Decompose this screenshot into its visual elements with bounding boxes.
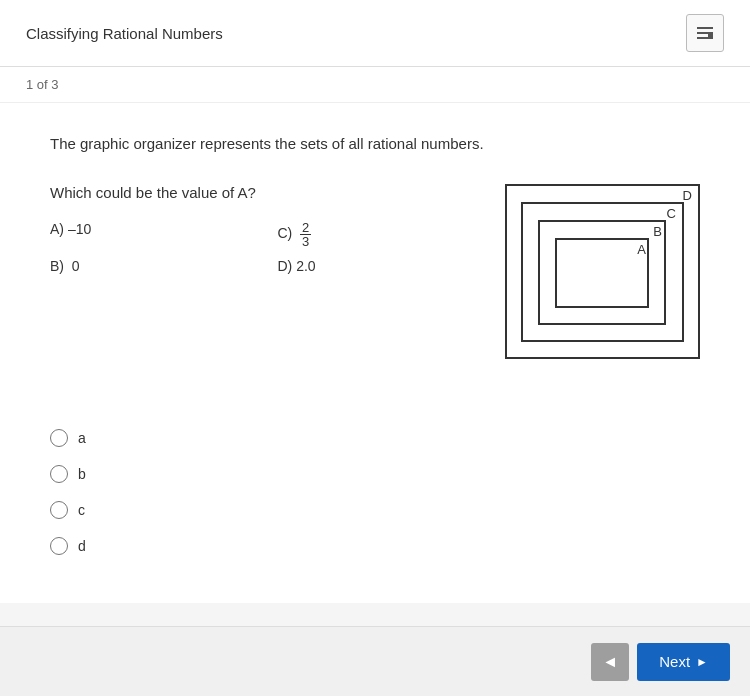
label-d: D (683, 188, 692, 203)
radio-c[interactable] (50, 501, 68, 519)
page-title: Classifying Rational Numbers (26, 25, 223, 42)
label-a: A (637, 242, 646, 257)
option-a: A) –10 (50, 221, 238, 248)
svg-rect-3 (708, 34, 713, 39)
page-container: Classifying Rational Numbers 1 of 3 The … (0, 0, 750, 696)
box-a (555, 238, 649, 308)
next-label: Next (659, 653, 690, 670)
progress-indicator: 1 of 3 (0, 67, 750, 103)
answer-option-d[interactable]: d (50, 537, 700, 555)
options-grid: A) –10 C) 2 3 B) 0 D) 2.0 (50, 221, 465, 274)
next-button[interactable]: Next ► (637, 643, 730, 681)
radio-a[interactable] (50, 429, 68, 447)
back-button[interactable]: ◄ (591, 643, 629, 681)
radio-d[interactable] (50, 537, 68, 555)
question-body: Which could be the value of A? A) –10 C)… (50, 184, 700, 359)
progress-text: 1 of 3 (26, 77, 59, 92)
option-c: C) 2 3 (278, 221, 466, 248)
question-left: Which could be the value of A? A) –10 C)… (50, 184, 465, 274)
answer-option-c[interactable]: c (50, 501, 700, 519)
radio-b[interactable] (50, 465, 68, 483)
radio-label-d: d (78, 538, 86, 554)
answer-option-a[interactable]: a (50, 429, 700, 447)
answer-option-b[interactable]: b (50, 465, 700, 483)
nested-boxes-diagram: D C B A (505, 184, 700, 359)
answers-section: a b c d (0, 399, 750, 603)
footer: ◄ Next ► (0, 626, 750, 696)
radio-label-c: c (78, 502, 85, 518)
back-arrow-icon: ◄ (602, 653, 618, 671)
header: Classifying Rational Numbers (0, 0, 750, 67)
fraction-2-3: 2 3 (300, 221, 311, 248)
radio-label-b: b (78, 466, 86, 482)
content-area: The graphic organizer represents the set… (0, 103, 750, 399)
menu-button[interactable] (686, 14, 724, 52)
radio-label-a: a (78, 430, 86, 446)
question-prompt: The graphic organizer represents the set… (50, 133, 700, 156)
question-text: Which could be the value of A? (50, 184, 465, 201)
label-c: C (667, 206, 676, 221)
menu-icon (695, 23, 715, 43)
next-arrow-icon: ► (696, 655, 708, 669)
label-b: B (653, 224, 662, 239)
option-d: D) 2.0 (278, 258, 466, 274)
option-b: B) 0 (50, 258, 238, 274)
